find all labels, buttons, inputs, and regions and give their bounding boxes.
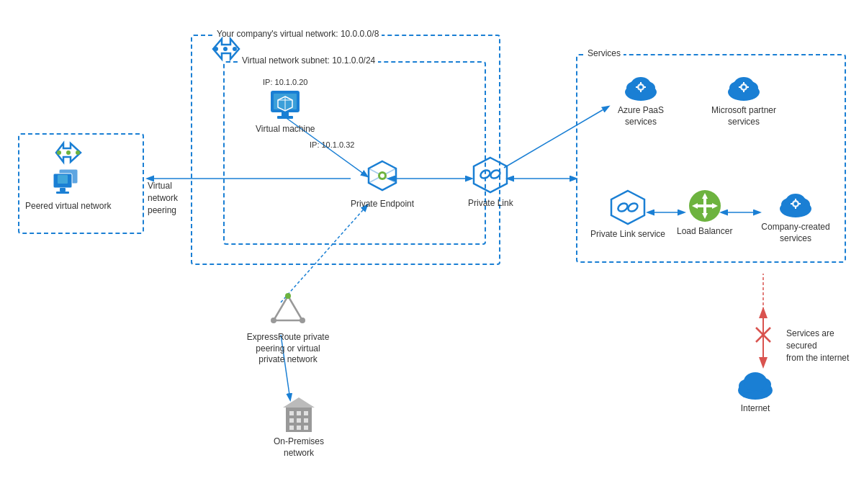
expressroute-node: ExpressRoute private peering or virtual … xyxy=(245,292,331,366)
expressroute-label: ExpressRoute private peering or virtual … xyxy=(245,332,331,366)
on-premises-node: On-Premises network xyxy=(259,396,338,459)
peered-vnet-node: Peered virtual network xyxy=(25,140,111,212)
azure-paas-node: Azure PaaS services xyxy=(601,72,680,127)
azure-paas-label: Azure PaaS services xyxy=(601,105,680,127)
svg-point-78 xyxy=(794,202,798,206)
svg-point-84 xyxy=(285,293,291,299)
vnet-peering-label: Virtualnetworkpeering xyxy=(148,180,178,216)
svg-rect-25 xyxy=(58,175,68,184)
ms-partner-label: Microsoft partner services xyxy=(704,105,783,127)
subnet-label: Virtual network subnet: 10.1.0.0/24 xyxy=(239,55,378,66)
internet-node: Internet xyxy=(734,367,776,415)
ms-partner-node: Microsoft partner services xyxy=(704,72,783,127)
svg-rect-95 xyxy=(297,426,301,430)
pe-ip-label: IP: 10.1.0.32 xyxy=(310,140,354,149)
svg-rect-91 xyxy=(289,418,294,423)
svg-point-16 xyxy=(233,47,237,51)
svg-point-86 xyxy=(300,318,305,323)
internet-label: Internet xyxy=(741,403,770,415)
svg-point-39 xyxy=(380,174,384,178)
svg-line-10 xyxy=(756,328,770,342)
svg-point-85 xyxy=(271,318,276,323)
svg-point-65 xyxy=(626,202,639,213)
company-services-node: Company-created services xyxy=(756,189,835,244)
svg-rect-89 xyxy=(297,411,301,415)
secured-annotation: Services are securedfrom the internet xyxy=(786,328,864,364)
svg-point-20 xyxy=(76,150,80,155)
svg-rect-93 xyxy=(304,418,308,423)
svg-point-15 xyxy=(223,47,228,51)
pl-svc-label: Private Link service xyxy=(590,229,665,240)
private-link-node: Private Link xyxy=(468,155,513,210)
svg-marker-97 xyxy=(283,397,315,408)
svg-point-18 xyxy=(57,150,61,155)
svg-point-19 xyxy=(66,150,71,155)
on-premises-label: On-Premises network xyxy=(259,436,338,459)
pe-label: Private Endpoint xyxy=(351,199,414,210)
svg-point-101 xyxy=(744,372,767,391)
svg-rect-34 xyxy=(277,116,293,119)
peered-vnet-label: Peered virtual network xyxy=(25,201,111,212)
services-label: Services xyxy=(585,48,624,58)
svg-point-64 xyxy=(616,202,629,213)
svg-rect-33 xyxy=(282,112,289,116)
company-vnet-chevron xyxy=(209,36,242,62)
load-balancer-node: Load Balancer xyxy=(677,189,732,238)
svg-rect-88 xyxy=(289,411,294,415)
svg-rect-27 xyxy=(56,192,69,194)
svg-marker-83 xyxy=(274,296,302,320)
svg-point-58 xyxy=(742,86,746,89)
vm-ip-label: IP: 10.1.0.20 xyxy=(263,78,307,86)
svg-rect-90 xyxy=(304,411,308,415)
svg-line-11 xyxy=(756,328,770,342)
svg-rect-72 xyxy=(698,204,712,207)
pl-label: Private Link xyxy=(468,198,513,210)
company-svc-label: Company-created services xyxy=(756,222,835,244)
architecture-diagram: Your company's virtual network: 10.0.0.0… xyxy=(0,0,864,504)
svg-point-48 xyxy=(639,86,643,89)
vm-label: Virtual machine xyxy=(256,124,315,135)
svg-rect-92 xyxy=(297,418,301,423)
svg-point-42 xyxy=(490,168,502,180)
svg-point-14 xyxy=(214,47,218,51)
svg-rect-26 xyxy=(60,188,66,192)
svg-rect-96 xyxy=(304,426,308,430)
svg-point-41 xyxy=(480,168,492,180)
lb-label: Load Balancer xyxy=(677,226,732,238)
private-link-svc-node: Private Link service xyxy=(590,189,665,240)
private-endpoint-node: Private Endpoint xyxy=(351,158,414,210)
vm-node: IP: 10.1.0.20 Virtual machine xyxy=(256,78,315,135)
svg-rect-94 xyxy=(289,426,294,430)
